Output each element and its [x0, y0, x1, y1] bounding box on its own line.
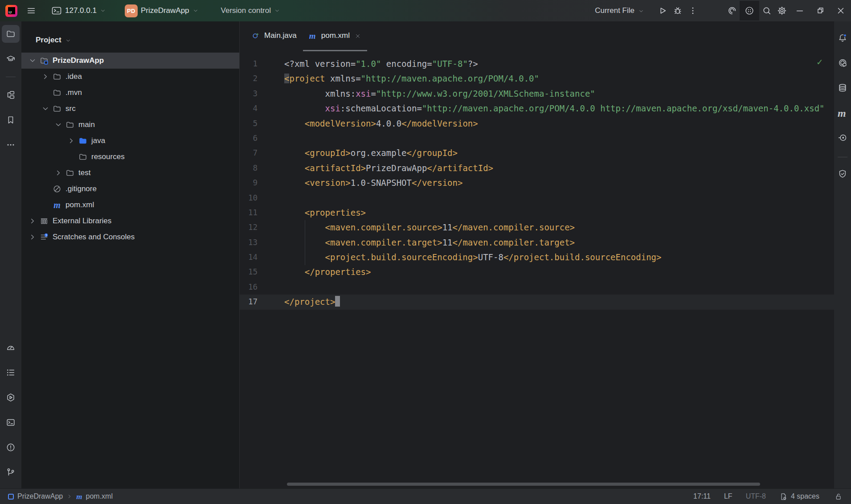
- chevron-right-icon[interactable]: [28, 232, 37, 242]
- chevron-right-icon[interactable]: [41, 72, 50, 82]
- code-line-10[interactable]: 10: [240, 191, 834, 205]
- more-actions-button[interactable]: [685, 3, 700, 18]
- window-restore-button[interactable]: [810, 0, 831, 21]
- project-widget[interactable]: PD PrizeDrawApp: [121, 2, 202, 20]
- tree-item-src[interactable]: src: [21, 101, 239, 117]
- window-close-button[interactable]: [831, 0, 851, 21]
- indent-widget[interactable]: 4 spaces: [779, 492, 819, 501]
- tree-item--idea[interactable]: .idea: [21, 69, 239, 85]
- notifications-tool-button[interactable]: [835, 30, 850, 45]
- services-tool-button[interactable]: [2, 389, 20, 406]
- line-number: 15: [240, 265, 266, 279]
- maven-tool-button[interactable]: m: [835, 105, 850, 120]
- version-control-widget[interactable]: Version control: [217, 4, 284, 18]
- editor-tab-pom-xml[interactable]: mpom.xml: [303, 21, 367, 51]
- chevron-right-icon[interactable]: [66, 136, 76, 146]
- todo-tool-button[interactable]: [2, 364, 20, 381]
- window-minimize-button[interactable]: [790, 0, 810, 21]
- structure-tool-button[interactable]: [2, 86, 20, 104]
- code-line-5[interactable]: 5 <modelVersion>4.0.0</modelVersion>: [240, 116, 834, 131]
- maven-icon: m: [52, 200, 62, 210]
- code-line-16[interactable]: 16: [240, 280, 834, 295]
- code-line-1[interactable]: 1<?xml version="1.0" encoding="UTF-8"?>: [240, 57, 834, 71]
- encoding-widget[interactable]: UTF-8: [746, 492, 766, 500]
- tree-item-test[interactable]: test: [21, 165, 239, 181]
- caret-position-widget[interactable]: 17:11: [693, 492, 711, 500]
- settings-button[interactable]: [774, 3, 790, 18]
- code-line-3[interactable]: 3 xmlns:xsi="http://www.w3.org/2001/XMLS…: [240, 86, 834, 101]
- tree-item-java[interactable]: java: [21, 133, 239, 149]
- horizontal-scrollbar[interactable]: [287, 483, 760, 486]
- lock-open-icon[interactable]: [835, 492, 843, 501]
- database-tool-button[interactable]: [835, 80, 850, 95]
- debug-button[interactable]: [670, 3, 685, 18]
- code-line-8[interactable]: 8 <artifactId>PrizeDrawApp</artifactId>: [240, 161, 834, 176]
- code-line-2[interactable]: 2<project xmlns="http://maven.apache.org…: [240, 71, 834, 86]
- code-line-7[interactable]: 7 <groupId>org.example</groupId>: [240, 146, 834, 160]
- problems-tool-button[interactable]: [2, 438, 20, 456]
- left-tool-stripe: [0, 21, 21, 488]
- tree-item--mvn[interactable]: .mvn: [21, 85, 239, 101]
- bookmarks-tool-button[interactable]: [2, 111, 20, 129]
- line-number: 16: [240, 280, 266, 295]
- run-configuration-selector[interactable]: Current File: [595, 6, 644, 15]
- play-icon: [658, 6, 667, 16]
- code-text: xmlns:xsi="http://www.w3.org/2001/XMLSch…: [284, 86, 595, 101]
- tree-item-scratches-and-consoles[interactable]: Scratches and Consoles: [21, 229, 239, 245]
- code-line-4[interactable]: 4 xsi:schemaLocation="http://maven.apach…: [240, 101, 834, 116]
- more-tools-tool-button[interactable]: [2, 136, 20, 154]
- code-line-11[interactable]: 11 <properties>: [240, 205, 834, 220]
- code-line-17[interactable]: 17</project>: [240, 295, 834, 309]
- ai-assistant-button[interactable]: [724, 3, 740, 18]
- chevron-down-icon[interactable]: [41, 104, 50, 114]
- chevron-down-icon[interactable]: [53, 120, 63, 130]
- ai-assistant-tool-button[interactable]: [835, 55, 850, 70]
- code-line-13[interactable]: 13 <maven.compiler.target>11</maven.comp…: [240, 235, 834, 250]
- main-menu-hamburger-icon[interactable]: [26, 6, 36, 16]
- remote-host-widget[interactable]: 127.0.0.1: [48, 3, 110, 19]
- learn-tool-button[interactable]: [2, 50, 20, 68]
- title-bar: IJ 127.0.0.1 PD PrizeDrawApp Version con…: [0, 0, 851, 21]
- code-text: <properties>: [284, 205, 366, 220]
- profiler-tool-button[interactable]: [2, 339, 20, 356]
- breadcrumb-file[interactable]: m pom.xml: [76, 492, 113, 500]
- chevron-placeholder: [41, 200, 50, 210]
- tab-close-icon[interactable]: [355, 33, 361, 39]
- folder-tool-icon: [6, 29, 16, 39]
- breadcrumb-file-label: pom.xml: [86, 492, 113, 500]
- chevron-down-icon[interactable]: [28, 56, 37, 66]
- chevron-right-icon[interactable]: [28, 216, 37, 226]
- tree-item-pom-xml[interactable]: mpom.xml: [21, 197, 239, 213]
- code-with-me-button[interactable]: [740, 1, 759, 20]
- tree-item-prizedrawapp[interactable]: PrizeDrawApp: [21, 53, 239, 69]
- editor-tab-main-java[interactable]: Main.java: [246, 21, 303, 51]
- terminal-tool-button[interactable]: [2, 414, 20, 431]
- tree-item-resources[interactable]: resources: [21, 149, 239, 165]
- search-everywhere-button[interactable]: [759, 3, 774, 18]
- tree-item-external-libraries[interactable]: External Libraries: [21, 213, 239, 229]
- code-editor[interactable]: ✓ 1<?xml version="1.0" encoding="UTF-8"?…: [240, 51, 834, 488]
- inspections-ok-icon[interactable]: ✓: [817, 57, 822, 67]
- tree-item-main[interactable]: main: [21, 117, 239, 133]
- chevron-right-icon[interactable]: [53, 168, 63, 178]
- code-line-15[interactable]: 15 </properties>: [240, 265, 834, 279]
- shield-check-tool-button[interactable]: [835, 166, 850, 181]
- code-line-9[interactable]: 9 <version>1.0-SNAPSHOT</version>: [240, 176, 834, 190]
- code-line-12[interactable]: 12 <maven.compiler.source>11</maven.comp…: [240, 220, 834, 235]
- status-bar: PrizeDrawApp m pom.xml 17:11 LF UTF-8 4 …: [0, 488, 851, 504]
- notifications-icon: [838, 33, 847, 43]
- git-branch-tool-button[interactable]: [2, 463, 20, 481]
- circle-target-tool-button[interactable]: [835, 130, 850, 145]
- tree-item-label: java: [91, 136, 105, 145]
- line-ending-widget[interactable]: LF: [724, 492, 732, 500]
- tree-item--gitignore[interactable]: .gitignore: [21, 181, 239, 197]
- code-line-6[interactable]: 6: [240, 131, 834, 146]
- chevron-placeholder: [41, 184, 50, 194]
- line-number: 5: [240, 116, 266, 131]
- code-line-14[interactable]: 14 <project.build.sourceEncoding>UTF-8</…: [240, 250, 834, 265]
- folder-tool-tool-button[interactable]: [2, 25, 20, 43]
- project-view-header[interactable]: Project: [21, 32, 239, 48]
- bookmarks-icon: [6, 115, 16, 125]
- breadcrumb-project[interactable]: PrizeDrawApp: [8, 492, 63, 500]
- run-button[interactable]: [655, 3, 670, 18]
